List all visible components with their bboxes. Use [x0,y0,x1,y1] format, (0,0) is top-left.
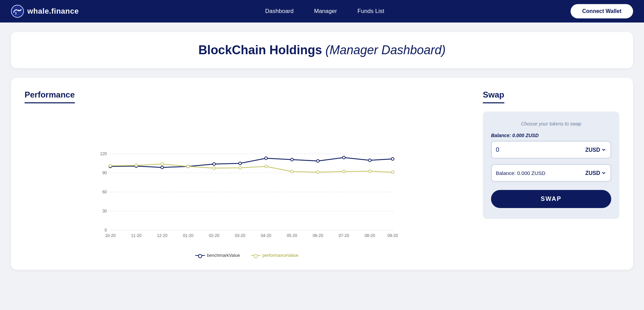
svg-point-38 [161,163,164,165]
svg-point-40 [213,167,215,169]
svg-text:07-20: 07-20 [339,233,349,238]
nav-manager[interactable]: Manager [314,8,337,15]
title-italic: (Manager Dashboard) [325,43,446,57]
svg-text:05-20: 05-20 [287,233,297,238]
swap-box: Choose your tokens to swap Balance: 0.00… [483,112,619,219]
logo-text: whale.finance [27,7,79,16]
nav-dashboard[interactable]: Dashboard [265,8,294,15]
swap-title: Swap [483,90,504,103]
swap-hint: Choose your tokens to swap [491,121,611,127]
swap-from-input[interactable] [496,146,581,153]
swap-to-token-select[interactable]: ZUSD ETH BTC USDC [584,170,606,176]
header-card: BlockChain Holdings (Manager Dashboard) [11,32,633,68]
legend-benchmark: benchmarkValue [195,253,240,258]
swap-from-balance-label: Balance: 0.000 ZUSD [491,133,611,138]
svg-point-32 [317,160,319,162]
logo: whale.finance [11,5,79,18]
svg-point-0 [11,5,24,17]
svg-point-36 [109,164,112,167]
svg-text:02-20: 02-20 [209,233,220,238]
svg-point-45 [342,170,345,173]
svg-point-42 [265,165,267,168]
svg-text:11-20: 11-20 [131,233,142,238]
svg-point-44 [317,171,319,174]
title-bold: BlockChain Holdings [198,43,322,57]
performance-chart: .grid-line { stroke: #d0d4e0; stroke-das… [25,114,469,257]
page-content: BlockChain Holdings (Manager Dashboard) … [0,23,644,279]
performance-line-icon [251,255,261,256]
svg-point-46 [368,170,371,173]
svg-point-37 [135,164,138,167]
svg-point-33 [342,156,345,159]
svg-text:06-20: 06-20 [313,233,323,238]
swap-from-token-select[interactable]: ZUSD ETH BTC USDC [581,147,606,153]
svg-point-43 [291,170,293,173]
navbar: whale.finance Dashboard Manager Funds Li… [0,0,644,23]
navbar-links: Dashboard Manager Funds List [265,8,384,15]
svg-text:09-20: 09-20 [388,233,398,238]
svg-text:30: 30 [102,209,107,213]
swap-section: Swap Choose your tokens to swap Balance:… [483,90,619,257]
svg-point-31 [291,158,293,161]
svg-text:90: 90 [102,171,107,175]
swap-from-row: ZUSD ETH BTC USDC [491,141,611,159]
svg-point-26 [161,166,164,169]
performance-section: Performance .grid-line { stroke: #d0d4e0… [25,90,469,257]
main-card: Performance .grid-line { stroke: #d0d4e0… [11,78,633,270]
svg-point-39 [187,165,190,168]
chart-legend: benchmarkValue performanceValue [25,253,469,258]
swap-button[interactable]: SWAP [491,190,611,208]
benchmark-line-icon [195,255,205,256]
performance-title: Performance [25,90,75,103]
connect-wallet-button[interactable]: Connect Wallet [571,4,633,18]
svg-point-28 [213,163,215,165]
svg-text:120: 120 [100,151,107,156]
legend-performance: performanceValue [251,253,298,258]
svg-text:60: 60 [102,190,107,194]
performance-label: performanceValue [263,253,298,258]
nav-funds-list[interactable]: Funds List [358,8,384,15]
svg-point-35 [391,158,394,160]
swap-to-balance-label: Balance: 0.000 ZUSD [496,170,545,176]
svg-point-1 [18,10,19,11]
svg-text:01-20: 01-20 [183,233,194,238]
benchmark-label: benchmarkValue [207,253,240,258]
svg-text:04-20: 04-20 [261,233,271,238]
svg-point-34 [368,159,371,162]
svg-text:08-20: 08-20 [365,233,375,238]
svg-text:10-20: 10-20 [105,233,116,238]
svg-point-30 [265,157,267,160]
svg-text:0: 0 [104,228,107,233]
chart-svg: .grid-line { stroke: #d0d4e0; stroke-das… [25,114,469,247]
svg-point-29 [239,162,241,165]
svg-text:12-20: 12-20 [157,233,168,238]
swap-to-row: Balance: 0.000 ZUSD ZUSD ETH BTC USDC [491,164,611,182]
svg-point-47 [391,171,394,174]
svg-text:03-20: 03-20 [235,233,246,238]
svg-point-41 [239,166,241,169]
whale-logo-icon [11,5,24,18]
page-title: BlockChain Holdings (Manager Dashboard) [25,43,619,57]
